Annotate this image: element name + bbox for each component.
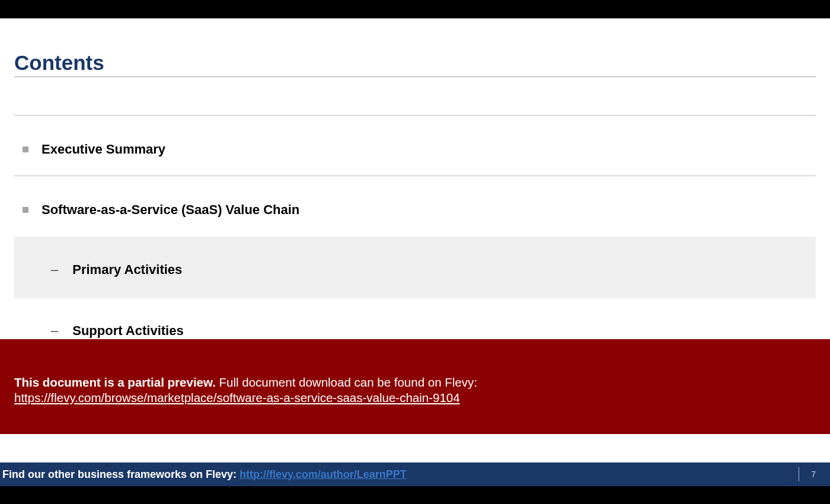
bullet-icon [23,146,28,152]
slide-footer: Find our other business frameworks on Fl… [0,462,830,486]
page-number: 7 [799,467,830,481]
row-rule [14,176,816,176]
footer-label: Find our other business frameworks on Fl… [2,468,240,480]
footer-link[interactable]: http://flevy.com/author/LearnPPT [240,468,407,480]
toc-row-primary-activities: – Primary Activities [14,262,816,277]
toc-label: Support Activities [72,323,183,339]
dash-icon: – [51,323,58,339]
bullet-icon [23,207,28,213]
dash-icon: – [51,262,58,277]
preview-link[interactable]: https://flevy.com/browse/marketplace/sof… [14,391,460,404]
content-top-rule [14,115,816,116]
page-title: Contents [14,51,104,75]
toc-row-saas-value-chain: Software-as-a-Service (SaaS) Value Chain [14,202,816,218]
toc-row-support-activities: – Support Activities [14,323,816,339]
letterbox-top [0,0,830,18]
preview-rest: Full document download can be found on F… [216,375,477,389]
toc-row-executive-summary: Executive Summary [14,142,816,157]
preview-banner: This document is a partial preview. Full… [0,339,830,434]
footer-text: Find our other business frameworks on Fl… [0,468,407,481]
title-rule [14,76,816,77]
toc-label: Primary Activities [72,262,182,277]
preview-bold: This document is a partial preview. [14,375,216,389]
letterbox-bottom [0,486,830,504]
toc-label: Executive Summary [42,142,165,157]
slide: Contents Executive Summary Software-as-a… [0,18,830,486]
toc-label: Software-as-a-Service (SaaS) Value Chain [42,202,299,218]
